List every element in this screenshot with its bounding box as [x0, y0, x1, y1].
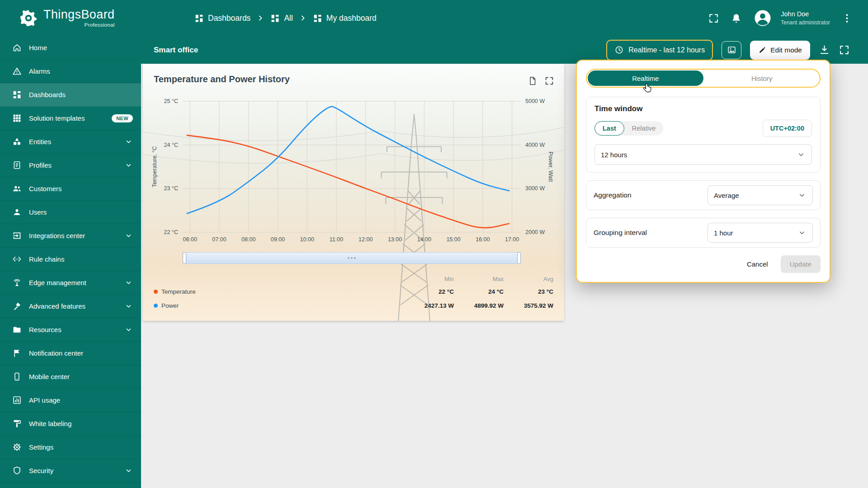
chevron-right-icon	[298, 14, 307, 23]
sidebar-item-label: Advanced features	[29, 302, 85, 310]
svg-text:Temperature, °C: Temperature, °C	[151, 146, 158, 187]
dashboards-icon	[270, 14, 280, 23]
sidebar-item-notification-center[interactable]: Notification center	[0, 342, 141, 365]
cancel-button[interactable]: Cancel	[740, 256, 775, 272]
sidebar-menu: HomeAlarmsDashboardsSolution templatesNE…	[0, 36, 141, 483]
user-role: Tenant administrator	[781, 19, 830, 26]
sidebar-item-settings[interactable]: Settings	[0, 436, 141, 459]
fullscreen-dashboard-button[interactable]	[839, 44, 850, 56]
sidebar-item-label: Entities	[29, 138, 51, 145]
app-root: ThingsBoard Professional Dashboards All …	[0, 0, 868, 488]
svg-text:4000 W: 4000 W	[525, 142, 545, 148]
slider-handle-left[interactable]	[183, 252, 186, 264]
new-badge: NEW	[112, 114, 133, 122]
interval-value: 12 hours	[601, 151, 627, 159]
sidebar-item-security[interactable]: Security	[0, 459, 141, 483]
relative-chip[interactable]: Relative	[624, 122, 663, 135]
timewindow-popover: Realtime History Time window Last Relati…	[576, 60, 830, 283]
update-button[interactable]: Update	[781, 255, 821, 273]
sidebar-item-label: Rule chains	[29, 255, 64, 263]
customers-icon	[12, 184, 22, 193]
grouping-select[interactable]: 1 hour	[708, 223, 813, 243]
notifications-bell-icon[interactable]	[731, 13, 742, 24]
templates-icon	[12, 113, 22, 123]
breadcrumb-all[interactable]: All	[270, 14, 292, 23]
slider-handle-right[interactable]	[517, 252, 521, 264]
last-chip[interactable]: Last	[594, 121, 624, 136]
interval-select[interactable]: 12 hours	[594, 144, 812, 165]
rule-chains-icon	[12, 254, 22, 264]
breadcrumb-dashboards[interactable]: Dashboards	[194, 14, 250, 23]
api-icon	[12, 395, 22, 405]
svg-text:12:00: 12:00	[359, 236, 373, 243]
sidebar-item-profiles[interactable]: Profiles	[0, 154, 141, 177]
sidebar-item-edge-management[interactable]: Edge management	[0, 271, 141, 295]
sidebar-item-rule-chains[interactable]: Rule chains	[0, 248, 141, 271]
aggregation-select[interactable]: Average	[708, 185, 813, 205]
fullscreen-icon[interactable]	[708, 13, 719, 24]
svg-text:2000 W: 2000 W	[525, 229, 545, 235]
last-relative-toggle: Last Relative	[594, 121, 663, 136]
svg-text:24 °C: 24 °C	[164, 142, 178, 148]
legend-series-temperature[interactable]: Temperature	[154, 288, 404, 295]
chevron-down-icon	[124, 137, 133, 146]
sidebar-item-customers[interactable]: Customers	[0, 177, 141, 201]
timezone-button[interactable]: UTC+02:00	[763, 120, 812, 137]
header-actions: John Doe Tenant administrator	[708, 0, 853, 36]
sidebar-item-white-labeling[interactable]: White labeling	[0, 412, 141, 436]
sidebar-item-advanced-features[interactable]: Advanced features	[0, 295, 141, 318]
sidebar-item-label: Solution templates	[29, 114, 85, 122]
sidebar-item-mobile-center[interactable]: Mobile center	[0, 365, 141, 389]
sidebar-item-home[interactable]: Home	[0, 36, 141, 60]
svg-text:09:00: 09:00	[271, 236, 285, 243]
chevron-down-icon	[124, 302, 133, 310]
breadcrumb-my-dashboard[interactable]: My dashboard	[313, 14, 377, 23]
dashboard-image-button[interactable]	[722, 41, 741, 59]
app-logo[interactable]: ThingsBoard Professional	[19, 0, 115, 36]
legend-series-power[interactable]: Power	[154, 302, 404, 309]
sidebar-item-dashboards[interactable]: Dashboards	[0, 83, 141, 107]
export-dashboard-button[interactable]	[819, 44, 830, 56]
svg-text:25 °C: 25 °C	[164, 98, 178, 104]
svg-text:17:00: 17:00	[505, 236, 519, 243]
chart-widget: Temperature and Power History 22 °C2000 …	[143, 64, 564, 321]
sidebar-item-api-usage[interactable]: API usage	[0, 389, 141, 412]
time-range-slider[interactable]	[183, 252, 521, 264]
sidebar-item-alarms[interactable]: Alarms	[0, 60, 141, 83]
sidebar-item-label: Security	[29, 467, 53, 474]
timewindow-tabs: Realtime History	[586, 69, 821, 88]
sidebar-item-users[interactable]: Users	[0, 201, 141, 224]
sidebar-item-entities[interactable]: Entities	[0, 130, 141, 154]
export-widget-icon[interactable]	[528, 76, 538, 86]
sidebar-item-solution-templates[interactable]: Solution templatesNEW	[0, 107, 141, 130]
chevron-down-icon	[797, 191, 807, 200]
widget-title: Temperature and Power History	[154, 74, 290, 84]
thingsboard-logo-icon	[19, 9, 38, 28]
white-labeling-icon	[12, 419, 22, 428]
grouping-section: Grouping interval 1 hour	[586, 218, 821, 248]
expand-widget-icon[interactable]	[544, 76, 554, 86]
sidebar-item-integrations-center[interactable]: Integrations center	[0, 224, 141, 248]
svg-text:22 °C: 22 °C	[164, 229, 178, 235]
more-menu-icon[interactable]	[841, 13, 853, 24]
legend-header: Min Max Avg	[154, 273, 553, 285]
chevron-down-icon	[124, 466, 133, 475]
sidebar-item-label: API usage	[29, 396, 60, 404]
dashboards-icon	[12, 90, 22, 99]
sidebar-item-label: Users	[29, 208, 47, 216]
app-edition: Professional	[43, 22, 115, 28]
timewindow-button[interactable]: Realtime - last 12 hours	[606, 40, 713, 61]
sidebar-item-resources[interactable]: Resources	[0, 318, 141, 342]
svg-text:Power, Watt: Power, Watt	[547, 152, 554, 182]
svg-text:10:00: 10:00	[300, 236, 314, 243]
resources-icon	[12, 325, 22, 334]
pencil-icon	[758, 46, 766, 54]
profiles-icon	[12, 160, 22, 170]
tab-history[interactable]: History	[704, 70, 820, 87]
edit-mode-button[interactable]: Edit mode	[750, 41, 810, 60]
avatar[interactable]	[753, 9, 772, 28]
chevron-down-icon	[124, 231, 133, 240]
users-icon	[12, 207, 22, 217]
series-color-dot	[154, 290, 158, 294]
svg-text:3000 W: 3000 W	[525, 185, 545, 192]
